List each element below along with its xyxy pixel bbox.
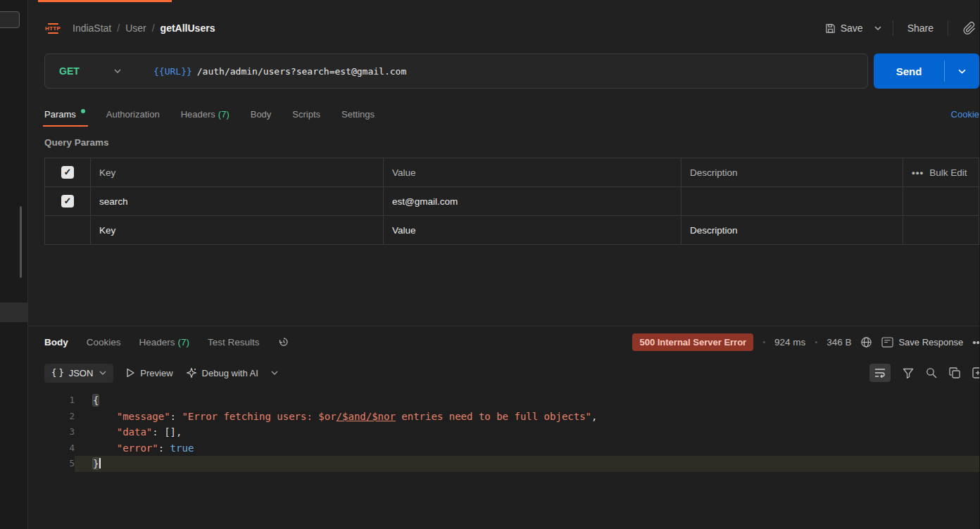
headers-count: (7): [218, 109, 230, 120]
save-icon: [825, 23, 836, 34]
param-description-input[interactable]: Description: [681, 216, 903, 245]
param-key-input[interactable]: Key: [91, 216, 384, 245]
column-header-key: Key: [91, 158, 384, 187]
cookies-link[interactable]: Cookie: [951, 109, 979, 120]
param-value-input[interactable]: Value: [384, 216, 681, 245]
save-response-icon: [881, 337, 893, 348]
left-rail: [0, 0, 28, 529]
table-header-row: Key Value Description •••Bulk Edit: [45, 158, 979, 187]
preview-label: Preview: [140, 368, 172, 378]
send-button[interactable]: Send: [874, 53, 979, 89]
app-window: HTTP IndiaStat / User / getAllUsers Save: [0, 0, 980, 529]
tab-params-label: Params: [44, 109, 76, 120]
param-value-cell[interactable]: est@gmail.com: [384, 187, 681, 216]
column-header-description: Description: [681, 158, 903, 187]
history-icon: [278, 336, 289, 348]
bulk-edit-button[interactable]: •••Bulk Edit: [903, 158, 979, 187]
filter-button[interactable]: [903, 368, 914, 378]
line-content: "message": "Error fetching users: $or/$a…: [75, 409, 979, 425]
paperclip-icon: [962, 21, 976, 35]
select-all-cell: [45, 158, 91, 187]
breadcrumb-collection[interactable]: User: [125, 23, 146, 34]
send-label: Send: [874, 53, 944, 89]
copy-button[interactable]: [949, 367, 960, 378]
line-content: "data": [],: [75, 424, 979, 440]
tab-scripts[interactable]: Scripts: [292, 101, 320, 127]
response-tab-test-results[interactable]: Test Results: [208, 337, 260, 348]
response-history-button[interactable]: [278, 336, 289, 348]
request-tabs: Params Authorization Headers (7) Body Sc…: [44, 101, 979, 127]
breadcrumb-workspace[interactable]: IndiaStat: [73, 23, 111, 34]
copy-icon: [949, 367, 960, 378]
row-actions-cell: [903, 187, 979, 216]
param-description-cell[interactable]: [681, 187, 903, 216]
search-button[interactable]: [926, 367, 937, 378]
param-key-cell[interactable]: search: [91, 187, 384, 216]
save-response-button[interactable]: Save Response: [881, 337, 963, 348]
request-panel: HTTP IndiaStat / User / getAllUsers Save: [28, 0, 979, 529]
viewer-actions: [869, 364, 976, 382]
response-panel: Body Cookies Headers (7) Test Results 50…: [28, 326, 979, 529]
divider: [893, 20, 893, 36]
url-input[interactable]: {{URL}}/auth/admin/users?search=est@gmai…: [134, 66, 867, 77]
scrollbar[interactable]: [20, 206, 22, 278]
tab-authorization[interactable]: Authorization: [106, 101, 160, 127]
http-request-icon: HTTP: [44, 23, 61, 34]
save-button[interactable]: Save: [818, 18, 870, 39]
format-selector[interactable]: JSON: [44, 364, 113, 383]
wrap-text-button[interactable]: [869, 364, 891, 382]
more-options-icon[interactable]: •••: [972, 336, 979, 348]
rail-selected-item[interactable]: [0, 302, 28, 322]
share-button[interactable]: Share: [900, 18, 941, 39]
table-row: search est@gmail.com: [45, 187, 979, 216]
chevron-down-icon: [958, 69, 966, 74]
tab-body[interactable]: Body: [251, 101, 272, 127]
status-badge[interactable]: 500 Internal Server Error: [632, 333, 753, 351]
method-selector[interactable]: GET: [45, 54, 134, 88]
response-time[interactable]: 924 ms: [774, 337, 805, 348]
code-line: 2 "message": "Error fetching users: $or/…: [28, 409, 979, 425]
response-code[interactable]: 1{2 "message": "Error fetching users: $o…: [28, 388, 979, 529]
tab-headers[interactable]: Headers (7): [181, 101, 230, 127]
tab-scripts-label: Scripts: [292, 109, 320, 120]
row-checkbox[interactable]: [61, 195, 74, 208]
save-options-button[interactable]: [870, 21, 886, 35]
chevron-down-icon: [114, 69, 121, 73]
search-icon: [926, 367, 937, 378]
select-all-checkbox[interactable]: [61, 166, 74, 179]
network-info-button[interactable]: [860, 336, 872, 348]
response-tab-headers-label: Headers: [139, 337, 175, 348]
expand-icon: [972, 367, 979, 378]
play-icon: [126, 368, 135, 378]
response-tab-body[interactable]: Body: [44, 337, 68, 348]
expand-button[interactable]: [972, 367, 979, 378]
breadcrumb-separator: /: [152, 23, 155, 34]
chevron-down-icon: [99, 371, 106, 375]
save-label: Save: [841, 23, 863, 34]
url-bar: GET {{URL}}/auth/admin/users?search=est@…: [44, 53, 868, 89]
dot-separator: •: [815, 338, 817, 346]
code-line: 1{: [28, 393, 979, 409]
share-label: Share: [907, 23, 934, 34]
row-checkbox-cell: [45, 187, 91, 216]
response-size[interactable]: 346 B: [827, 337, 851, 348]
tab-authorization-label: Authorization: [106, 109, 160, 120]
tab-settings[interactable]: Settings: [341, 101, 375, 127]
send-options-button[interactable]: [945, 53, 979, 89]
tab-params[interactable]: Params: [44, 101, 85, 127]
url-variable: {{URL}}: [153, 66, 192, 77]
row-actions-cell: [903, 216, 979, 245]
response-tab-headers[interactable]: Headers (7): [139, 337, 190, 348]
query-params-table: Key Value Description •••Bulk Edit searc…: [44, 158, 979, 245]
tab-body-label: Body: [251, 109, 272, 120]
debug-with-ai-button[interactable]: Debug with AI: [186, 367, 258, 378]
rail-item[interactable]: [0, 11, 20, 28]
text-cursor: [99, 458, 101, 469]
response-tab-cookies[interactable]: Cookies: [87, 337, 121, 348]
toolbar-more-button[interactable]: [271, 371, 278, 375]
link-attachment-button[interactable]: [955, 16, 979, 40]
dot-separator: •: [762, 338, 765, 346]
preview-button[interactable]: Preview: [126, 368, 172, 378]
breadcrumb-request-name: getAllUsers: [161, 23, 215, 34]
chevron-down-icon: [874, 26, 881, 30]
